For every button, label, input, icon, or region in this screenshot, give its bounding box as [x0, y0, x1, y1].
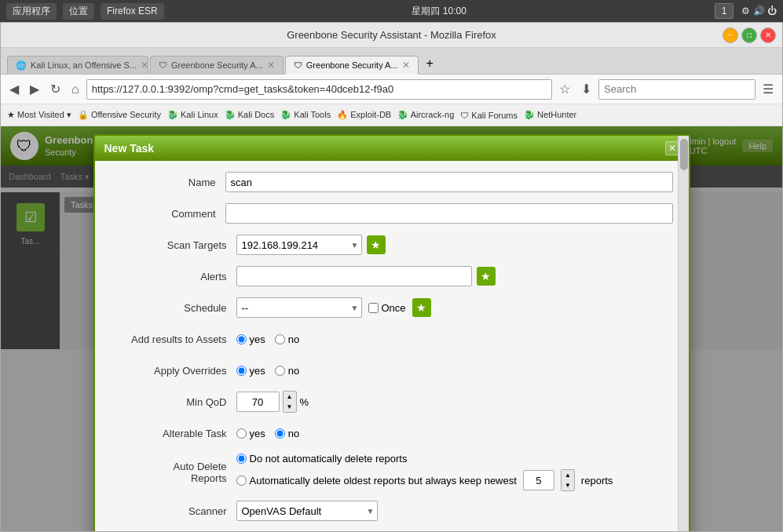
bookmark-most-visited[interactable]: ★ Most Visited ▾ — [7, 110, 71, 120]
min-qod-down-button[interactable]: ▼ — [284, 402, 296, 412]
alerts-row: Alerts ★ — [111, 264, 673, 288]
apply-overrides-yes-text: yes — [250, 365, 265, 377]
tab-greenbone1[interactable]: 🛡 Greenbone Security A... ✕ — [150, 56, 284, 74]
comment-input[interactable] — [225, 203, 673, 224]
bookmark-offensive[interactable]: 🔒 Offensive Security — [78, 110, 161, 120]
alerts-label: Alerts — [111, 271, 236, 282]
apply-overrides-no-radio[interactable] — [275, 366, 285, 376]
taskbar-time: 星期四 10:00 — [174, 5, 705, 18]
scanner-select[interactable]: OpenVAS Default — [236, 501, 378, 521]
alterable-task-row: Alterable Task yes no — [111, 421, 673, 445]
name-input[interactable] — [225, 172, 673, 192]
schedule-select[interactable]: -- — [236, 297, 362, 318]
scanner-select-wrap: OpenVAS Default ▼ — [236, 501, 378, 521]
add-alert-button[interactable]: ★ — [477, 267, 496, 286]
min-qod-spinner: ▲ ▼ — [283, 391, 297, 413]
scan-targets-select[interactable]: 192.168.199.214 — [236, 235, 362, 255]
add-schedule-button[interactable]: ★ — [412, 298, 431, 317]
auto-delete-up-button[interactable]: ▲ — [562, 470, 574, 480]
yes-label: yes — [250, 333, 265, 345]
alterable-yes-radio[interactable] — [236, 428, 247, 439]
bookmark-kali-forums[interactable]: 🛡 Kali Forums — [460, 111, 518, 120]
dialog-title: New Task — [104, 142, 665, 155]
tab-close-icon[interactable]: ✕ — [141, 60, 148, 71]
apply-overrides-no-text: no — [288, 365, 299, 377]
once-label: Once — [382, 302, 406, 314]
back-button[interactable]: ◀ — [5, 80, 23, 98]
min-qod-up-button[interactable]: ▲ — [284, 392, 296, 402]
maximize-button[interactable]: □ — [741, 27, 757, 43]
bookmark-kali-docs[interactable]: 🐉 Kali Docs — [225, 110, 275, 120]
minimize-button[interactable]: − — [723, 27, 738, 43]
auto-delete-keep-input[interactable] — [523, 470, 554, 490]
add-results-yes-label[interactable]: yes — [236, 333, 265, 345]
browser-titlebar: Greenbone Security Assistant - Mozilla F… — [1, 23, 782, 48]
dialog-body: Name Comment Scan Targets — [95, 161, 689, 531]
new-task-dialog: New Task ✕ Name — [93, 134, 690, 531]
tab-close-icon3[interactable]: ✕ — [402, 60, 410, 71]
apps-menu[interactable]: 应用程序 — [6, 3, 57, 20]
apply-overrides-row: Apply Overrides yes no — [142, 359, 673, 382]
auto-delete-row: Auto DeleteReports Do not automatically … — [111, 453, 673, 491]
add-results-no-radio[interactable] — [275, 334, 285, 344]
alterable-task-radio-group: yes no — [236, 428, 300, 439]
apply-overrides-radio-group: yes no — [236, 365, 300, 377]
auto-delete-yes-radio[interactable] — [236, 476, 247, 486]
position-menu[interactable]: 位置 — [63, 3, 94, 20]
bookmark-button[interactable]: ☆ — [555, 80, 574, 98]
search-input[interactable] — [598, 79, 756, 100]
comment-label: Comment — [111, 208, 225, 220]
reload-button[interactable]: ↻ — [46, 80, 64, 98]
reports-label: reports — [581, 475, 613, 486]
add-results-yes-radio[interactable] — [236, 334, 247, 344]
bookmark-exploit-db[interactable]: 🔥 Exploit-DB — [337, 110, 391, 120]
tab-label3: Greenbone Security A... — [306, 60, 398, 70]
alterable-no-radio[interactable] — [275, 428, 285, 439]
min-qod-input[interactable] — [236, 392, 280, 412]
add-results-no-label[interactable]: no — [275, 333, 299, 345]
auto-delete-no-text: Do not automatically delete reports — [250, 453, 408, 465]
forward-button[interactable]: ▶ — [26, 80, 43, 98]
tab-icon3: 🛡 — [294, 60, 302, 70]
apply-overrides-yes-label[interactable]: yes — [236, 365, 265, 377]
menu-button[interactable]: ☰ — [759, 80, 778, 98]
auto-delete-down-button[interactable]: ▼ — [562, 480, 574, 490]
scroll-bar[interactable] — [678, 136, 689, 531]
auto-delete-spinner: ▲ ▼ — [561, 469, 575, 491]
once-checkbox-label[interactable]: Once — [368, 302, 406, 314]
auto-delete-yes-label[interactable]: Automatically delete oldest reports but … — [236, 469, 613, 491]
firefox-menu[interactable]: Firefox ESR — [101, 3, 164, 20]
auto-delete-yes-text: Automatically delete oldest reports but … — [250, 475, 517, 486]
schedule-row: Schedule -- ▼ Once — [111, 296, 673, 319]
alterable-no-label[interactable]: no — [275, 428, 299, 439]
tab-kali[interactable]: 🌐 Kali Linux, an Offensive S... ✕ — [7, 56, 148, 74]
min-qod-unit: % — [300, 396, 309, 408]
auto-delete-no-radio[interactable] — [236, 454, 247, 464]
add-results-row: Add results to Assets yes no — [111, 327, 673, 351]
scan-targets-row: Scan Targets 192.168.199.214 ▼ ★ — [111, 233, 673, 257]
new-tab-button[interactable]: + — [420, 53, 440, 74]
add-scan-target-button[interactable]: ★ — [367, 235, 386, 254]
schedule-label: Schedule — [111, 302, 236, 314]
tab-greenbone2[interactable]: 🛡 Greenbone Security A... ✕ — [285, 56, 419, 75]
modal-overlay: New Task ✕ Name — [1, 126, 782, 531]
download-button[interactable]: ⬇ — [577, 80, 595, 98]
url-bar[interactable] — [86, 79, 552, 100]
auto-delete-no-label[interactable]: Do not automatically delete reports — [236, 453, 408, 465]
bookmark-aircrack[interactable]: 🐉 Aircrack-ng — [397, 110, 454, 120]
apply-overrides-no-label[interactable]: no — [275, 365, 299, 377]
scan-targets-label: Scan Targets — [111, 239, 236, 251]
close-button[interactable]: ✕ — [760, 27, 776, 43]
alterable-yes-label[interactable]: yes — [236, 428, 265, 439]
once-checkbox[interactable] — [368, 303, 379, 313]
bookmark-kali-tools[interactable]: 🐉 Kali Tools — [280, 110, 331, 120]
tab-close-icon2[interactable]: ✕ — [267, 60, 275, 71]
min-qod-label: Min QoD — [142, 396, 236, 408]
bookmark-kali-linux[interactable]: 🐉 Kali Linux — [167, 110, 218, 120]
alerts-input[interactable] — [236, 266, 472, 286]
home-button[interactable]: ⌂ — [68, 81, 83, 98]
browser-window: Greenbone Security Assistant - Mozilla F… — [0, 22, 783, 532]
bookmark-nethunter[interactable]: 🐉 NetHunter — [524, 110, 576, 120]
scroll-thumb — [680, 139, 688, 170]
apply-overrides-yes-radio[interactable] — [236, 366, 247, 376]
